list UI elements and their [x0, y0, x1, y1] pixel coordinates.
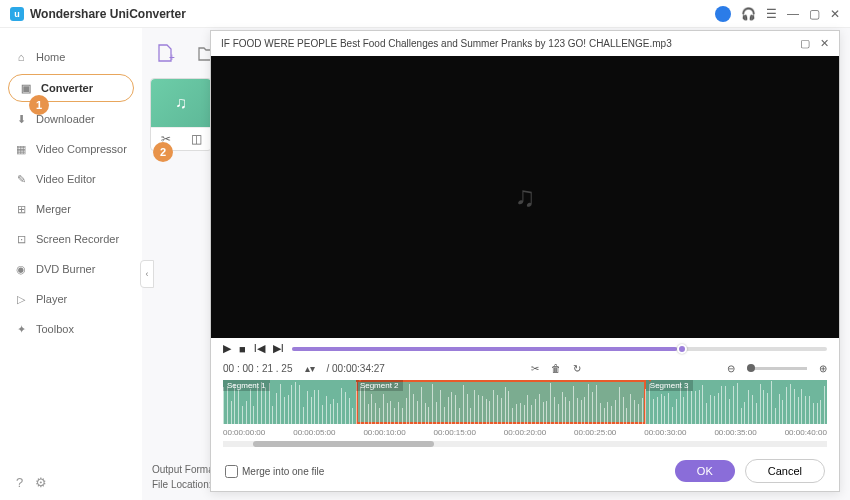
- menu-icon[interactable]: ☰: [766, 7, 777, 21]
- add-file-icon[interactable]: +: [154, 42, 176, 64]
- headset-icon[interactable]: 🎧: [741, 7, 756, 21]
- progress-bar[interactable]: [292, 347, 827, 351]
- modal-titlebar: IF FOOD WERE PEOPLE Best Food Challenges…: [211, 31, 839, 56]
- waveform[interactable]: Segment 1Segment 2Segment 3: [223, 380, 827, 424]
- marker-end[interactable]: [646, 380, 654, 384]
- sidebar-item-label: Video Editor: [36, 173, 96, 185]
- sidebar-item-player[interactable]: ▷Player: [0, 284, 142, 314]
- app-title: Wondershare UniConverter: [30, 7, 186, 21]
- sidebar-item-converter[interactable]: ▣Converter1: [8, 74, 134, 102]
- ruler-tick: 00:00:35:00: [714, 428, 756, 437]
- audio-placeholder-icon: ♫: [515, 181, 536, 213]
- sidebar-icon: ⬇: [14, 112, 28, 126]
- app-logo: u: [10, 7, 24, 21]
- cancel-button[interactable]: Cancel: [745, 459, 825, 483]
- prev-button[interactable]: I◀: [254, 342, 265, 355]
- sidebar: ⌂Home▣Converter1⬇Downloader▦Video Compre…: [0, 28, 142, 500]
- sidebar-item-downloader[interactable]: ⬇Downloader: [0, 104, 142, 134]
- bottom-icons: ? ⚙: [16, 475, 47, 490]
- annotation-badge-2: 2: [153, 142, 173, 162]
- avatar[interactable]: [715, 6, 731, 22]
- minimize-icon[interactable]: —: [787, 7, 799, 21]
- titlebar: u Wondershare UniConverter 🎧 ☰ — ▢ ✕: [0, 0, 850, 28]
- ruler-tick: 00:00:40:00: [785, 428, 827, 437]
- sidebar-item-label: Player: [36, 293, 67, 305]
- sidebar-item-merger[interactable]: ⊞Merger: [0, 194, 142, 224]
- total-time: / 00:00:34:27: [327, 363, 385, 374]
- close-icon[interactable]: ✕: [830, 7, 840, 21]
- zoom-out-icon[interactable]: ⊖: [727, 363, 735, 374]
- progress-handle[interactable]: [677, 344, 687, 354]
- ruler-tick: 00:00:20:00: [504, 428, 546, 437]
- sidebar-item-screen-recorder[interactable]: ⊡Screen Recorder: [0, 224, 142, 254]
- ruler-tick: 00:00:30:00: [644, 428, 686, 437]
- segment-label: Segment 1: [223, 380, 270, 391]
- video-preview: ♫: [211, 56, 839, 338]
- sidebar-item-video-compressor[interactable]: ▦Video Compressor: [0, 134, 142, 164]
- svg-text:+: +: [169, 52, 175, 63]
- ok-button[interactable]: OK: [675, 460, 735, 482]
- sidebar-item-label: Merger: [36, 203, 71, 215]
- sidebar-item-home[interactable]: ⌂Home: [0, 42, 142, 72]
- trim-modal: IF FOOD WERE PEOPLE Best Food Challenges…: [210, 30, 840, 492]
- sidebar-item-label: Home: [36, 51, 65, 63]
- sidebar-icon: ⌂: [14, 50, 28, 64]
- sidebar-item-dvd-burner[interactable]: ◉DVD Burner: [0, 254, 142, 284]
- sidebar-icon: ✎: [14, 172, 28, 186]
- scroll-thumb[interactable]: [253, 441, 434, 447]
- playback-controls: ▶ ■ I◀ ▶I: [211, 338, 839, 359]
- timebar: 00 : 00 : 21 . 25 ▴▾ / 00:00:34:27 ✂ 🗑 ↻…: [211, 359, 839, 378]
- modal-close-icon[interactable]: ✕: [820, 37, 829, 50]
- zoom-in-icon[interactable]: ⊕: [819, 363, 827, 374]
- sidebar-icon: ✦: [14, 322, 28, 336]
- delete-icon[interactable]: 🗑: [551, 363, 561, 374]
- card-actions: ✂ ◫ 2: [151, 127, 211, 150]
- sidebar-icon: ◉: [14, 262, 28, 276]
- modal-title-text: IF FOOD WERE PEOPLE Best Food Challenges…: [221, 38, 672, 49]
- sidebar-item-video-editor[interactable]: ✎Video Editor: [0, 164, 142, 194]
- titlebar-right: 🎧 ☰ — ▢ ✕: [715, 6, 840, 22]
- marker-start[interactable]: [356, 380, 364, 384]
- ruler-tick: 00:00:10:00: [363, 428, 405, 437]
- maximize-icon[interactable]: ▢: [809, 7, 820, 21]
- sidebar-item-toolbox[interactable]: ✦Toolbox: [0, 314, 142, 344]
- media-thumb: ♫: [151, 79, 211, 127]
- ruler-tick: 00:00:25:00: [574, 428, 616, 437]
- play-button[interactable]: ▶: [223, 342, 231, 355]
- ruler-tick: 00:00:15:00: [434, 428, 476, 437]
- next-button[interactable]: ▶I: [273, 342, 284, 355]
- sidebar-icon: ⊡: [14, 232, 28, 246]
- sidebar-item-label: DVD Burner: [36, 263, 95, 275]
- timeline-scrollbar[interactable]: [223, 441, 827, 447]
- sidebar-item-label: Video Compressor: [36, 143, 127, 155]
- sidebar-icon: ⊞: [14, 202, 28, 216]
- sidebar-item-label: Screen Recorder: [36, 233, 119, 245]
- ruler-tick: 00:00:05:00: [293, 428, 335, 437]
- current-time[interactable]: 00 : 00 : 21 . 25: [223, 363, 293, 374]
- time-stepper[interactable]: ▴▾: [305, 363, 315, 374]
- sidebar-icon: ▷: [14, 292, 28, 306]
- progress-fill: [292, 347, 677, 351]
- merge-checkbox[interactable]: Merge into one file: [225, 465, 324, 478]
- crop-action[interactable]: ◫: [181, 128, 211, 150]
- scissors-icon[interactable]: ✂: [531, 363, 539, 374]
- collapse-sidebar[interactable]: ‹: [140, 260, 154, 288]
- stop-button[interactable]: ■: [239, 343, 246, 355]
- sidebar-item-label: Downloader: [36, 113, 95, 125]
- ruler-tick: 00:00:00:00: [223, 428, 265, 437]
- settings-icon[interactable]: ⚙: [35, 475, 47, 490]
- help-icon[interactable]: ?: [16, 475, 23, 490]
- modal-footer: Merge into one file OK Cancel: [211, 451, 839, 491]
- modal-maximize-icon[interactable]: ▢: [800, 37, 810, 50]
- sidebar-icon: ▣: [19, 81, 33, 95]
- media-card[interactable]: ♫ ✂ ◫ 2: [150, 78, 212, 151]
- titlebar-left: u Wondershare UniConverter: [10, 7, 186, 21]
- music-icon: ♫: [175, 94, 187, 112]
- sidebar-item-label: Toolbox: [36, 323, 74, 335]
- zoom-slider[interactable]: [747, 367, 807, 370]
- sidebar-icon: ▦: [14, 142, 28, 156]
- time-ruler: 00:00:00:0000:00:05:0000:00:10:0000:00:1…: [211, 428, 839, 437]
- sidebar-item-label: Converter: [41, 82, 93, 94]
- reset-icon[interactable]: ↻: [573, 363, 581, 374]
